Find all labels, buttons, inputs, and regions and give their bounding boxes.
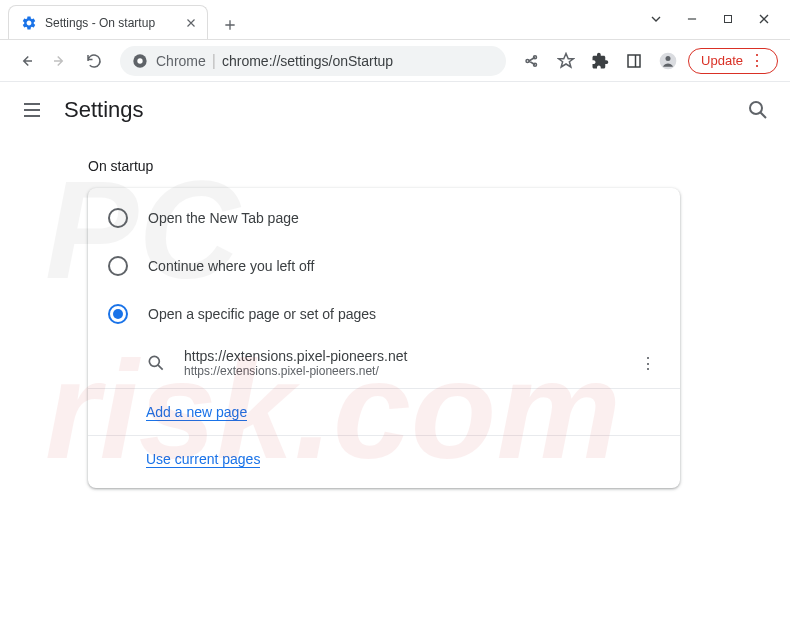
browser-tab[interactable]: Settings - On startup: [8, 5, 208, 39]
browser-toolbar: Chrome | chrome://settings/onStartup Upd…: [0, 40, 790, 82]
minimize-button[interactable]: [678, 5, 706, 33]
search-icon: [146, 353, 166, 373]
more-actions-icon[interactable]: ⋮: [636, 351, 660, 375]
update-button[interactable]: Update ⋮: [688, 48, 778, 74]
radio-option-newtab[interactable]: Open the New Tab page: [88, 194, 680, 242]
close-tab-icon[interactable]: [183, 15, 199, 31]
settings-header: Settings: [0, 82, 790, 138]
add-page-link[interactable]: Add a new page: [146, 404, 247, 421]
window-titlebar: Settings - On startup: [0, 0, 790, 40]
omnibox-path: chrome://settings/onStartup: [222, 53, 393, 69]
svg-point-8: [750, 102, 762, 114]
back-button[interactable]: [12, 47, 40, 75]
chrome-icon: [132, 53, 148, 69]
extensions-icon[interactable]: [586, 47, 614, 75]
page-entry-title: https://extensions.pixel-pioneers.net: [184, 348, 636, 364]
add-page-row: Add a new page: [88, 389, 680, 436]
use-current-row: Use current pages: [88, 436, 680, 482]
maximize-button[interactable]: [714, 5, 742, 33]
gear-icon: [21, 15, 37, 31]
startup-page-entry: https://extensions.pixel-pioneers.net ht…: [88, 338, 680, 389]
share-icon[interactable]: [518, 47, 546, 75]
radio-icon: [108, 256, 128, 276]
svg-point-9: [149, 356, 159, 366]
radio-option-specific[interactable]: Open a specific page or set of pages: [88, 290, 680, 338]
page-entry-url: https://extensions.pixel-pioneers.net/: [184, 364, 636, 378]
bookmark-icon[interactable]: [552, 47, 580, 75]
menu-dots-icon: ⋮: [749, 53, 765, 69]
page-title: Settings: [64, 97, 144, 123]
search-icon[interactable]: [746, 98, 770, 122]
radio-icon-selected: [108, 304, 128, 324]
window-controls: [642, 0, 790, 39]
section-title: On startup: [88, 158, 680, 174]
chevron-down-icon[interactable]: [642, 5, 670, 33]
close-window-button[interactable]: [750, 5, 778, 33]
address-bar[interactable]: Chrome | chrome://settings/onStartup: [120, 46, 506, 76]
sidepanel-icon[interactable]: [620, 47, 648, 75]
profile-icon[interactable]: [654, 47, 682, 75]
tab-title: Settings - On startup: [45, 16, 183, 30]
svg-point-4: [137, 58, 142, 63]
reload-button[interactable]: [80, 47, 108, 75]
radio-option-continue[interactable]: Continue where you left off: [88, 242, 680, 290]
new-tab-button[interactable]: [216, 11, 244, 39]
omnibox-prefix: Chrome: [156, 53, 206, 69]
radio-icon: [108, 208, 128, 228]
svg-rect-2: [725, 16, 732, 23]
startup-card: Open the New Tab page Continue where you…: [88, 188, 680, 488]
svg-rect-5: [628, 55, 640, 67]
forward-button[interactable]: [46, 47, 74, 75]
hamburger-icon[interactable]: [20, 98, 44, 122]
use-current-link[interactable]: Use current pages: [146, 451, 260, 468]
settings-content: On startup Open the New Tab page Continu…: [0, 138, 680, 488]
svg-point-7: [666, 56, 671, 61]
